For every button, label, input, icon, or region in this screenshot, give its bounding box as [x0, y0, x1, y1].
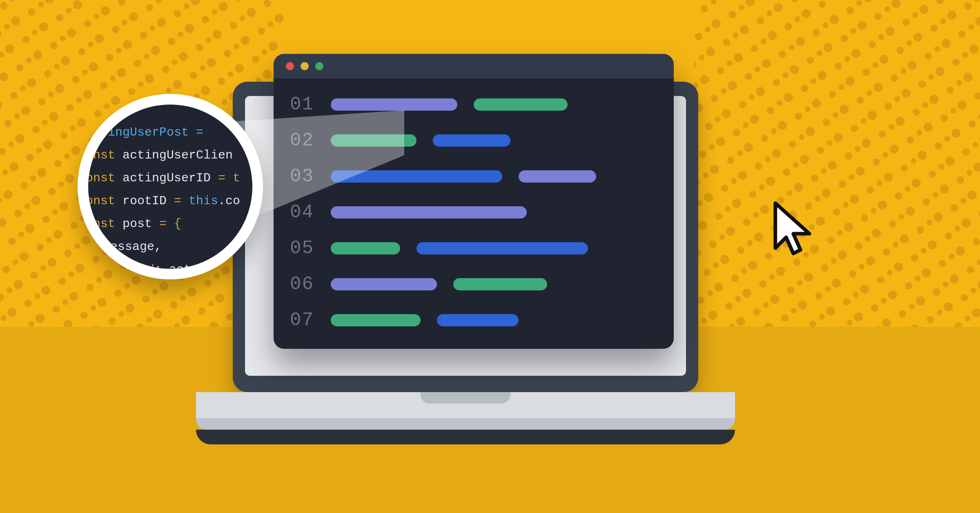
code-op: = — [167, 194, 189, 208]
code-token — [331, 278, 437, 290]
line-number: 04 — [290, 202, 318, 223]
code-line: 01 — [290, 87, 657, 123]
code-token — [331, 206, 527, 219]
code-editor-window: 01 02 03 04 0 — [274, 54, 674, 349]
code-line: 05 — [290, 230, 657, 266]
magnifier-lens: eActingUserPost = const actingUserClien … — [88, 105, 252, 269]
code-token — [331, 314, 421, 326]
code-token — [519, 170, 596, 183]
code-ident: actingUserID — [122, 171, 211, 185]
code-keyword: const — [88, 171, 115, 185]
minimize-icon[interactable] — [301, 62, 309, 70]
line-number: 03 — [290, 166, 318, 187]
code-token — [331, 134, 416, 147]
code-keyword: const — [88, 194, 115, 208]
code-token — [331, 242, 400, 254]
laptop-notch — [421, 392, 510, 404]
window-titlebar — [274, 54, 674, 78]
code-line: 04 — [290, 194, 657, 230]
close-icon[interactable] — [286, 62, 294, 70]
line-number: 07 — [290, 310, 318, 331]
code-ident: .co — [218, 194, 240, 208]
code-op: = t — [211, 171, 240, 185]
code-line: 03 — [290, 158, 657, 194]
code-token — [474, 98, 568, 111]
line-number: 05 — [290, 238, 318, 259]
code-ident: post — [122, 217, 152, 231]
code-token — [433, 134, 510, 147]
code-token — [331, 98, 457, 111]
code-ident: actingUserClien — [122, 148, 233, 162]
code-op: = { — [152, 217, 181, 231]
code-line: 06 — [290, 266, 657, 302]
line-number: 02 — [290, 130, 318, 151]
code-token — [453, 278, 547, 290]
code-line: 02 — [290, 123, 657, 158]
code-body: 01 02 03 04 0 — [290, 87, 657, 337]
zoom-icon[interactable] — [315, 62, 323, 70]
line-number: 01 — [290, 94, 318, 115]
cursor-arrow-icon — [772, 200, 817, 265]
code-ident: rootID — [122, 194, 167, 208]
code-token — [331, 170, 502, 183]
code-token — [416, 242, 588, 254]
code-token — [437, 314, 519, 326]
line-number: 06 — [290, 274, 318, 295]
laptop-shadow — [196, 430, 735, 444]
code-this: this — [189, 194, 218, 208]
code-line: 07 — [290, 302, 657, 338]
